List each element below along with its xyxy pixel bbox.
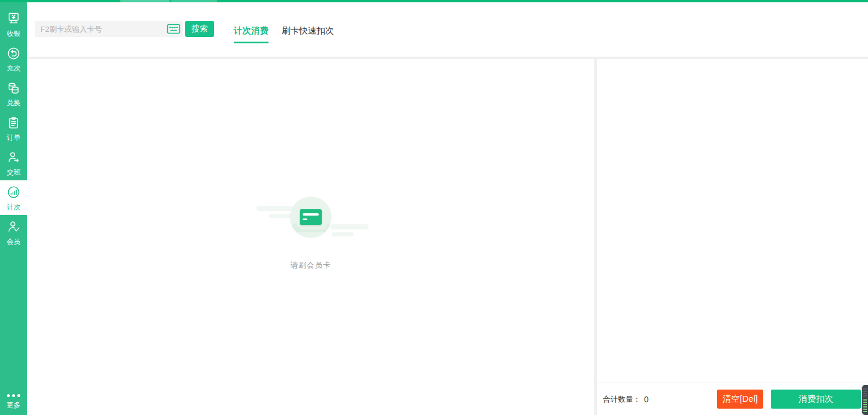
tab-swipe-quick-deduct[interactable]: 刷卡快速扣次 (282, 25, 334, 43)
sidebar-item-label: 兑换 (7, 99, 21, 106)
orders-icon (6, 116, 21, 132)
sidebar-item-label: 更多 (7, 401, 21, 410)
empty-state-circle (290, 197, 332, 238)
tab-bar: 计次消费 刷卡快速扣次 (234, 25, 334, 43)
cart-bottom-bar: 合计数量： 0 清空[Del] 消费扣次 (597, 383, 868, 415)
cloud-shape (256, 206, 293, 211)
keyboard-icon[interactable] (167, 24, 181, 34)
more-ellipsis-icon (7, 394, 20, 397)
sidebar-item-more[interactable]: 更多 (0, 394, 27, 410)
sidebar-item-orders[interactable]: 订单 (0, 111, 27, 146)
cloud-shape (332, 232, 354, 236)
times-count-icon (6, 185, 21, 202)
total-quantity: 合计数量： 0 (603, 394, 649, 405)
ground-shape (296, 229, 326, 232)
tab-times-consume[interactable]: 计次消费 (234, 25, 269, 43)
cloud-shape (269, 214, 292, 218)
clear-button[interactable]: 清空[Del] (717, 390, 763, 409)
sidebar-item-recharge-times[interactable]: 充次 (0, 42, 27, 76)
sidebar-item-label: 收银 (7, 30, 21, 37)
shift-change-icon (6, 150, 21, 167)
topbar-segment (171, 0, 217, 2)
empty-state-art (253, 197, 369, 245)
sidebar-item-label: 充次 (7, 65, 21, 72)
recharge-times-icon (6, 46, 21, 63)
empty-state-message: 请刷会员卡 (290, 260, 331, 271)
cash-register-icon (6, 12, 21, 28)
sidebar-item-label: 交班 (7, 169, 21, 176)
main-panel: 请刷会员卡 (27, 59, 594, 415)
sidebar-item-cashier[interactable]: 收银 (0, 7, 27, 42)
search-bar: 搜索 (35, 21, 214, 37)
empty-state: 请刷会员卡 (27, 197, 594, 271)
top-accent-bar (0, 0, 868, 2)
sidebar: 收银 充次 兑换 (0, 2, 27, 415)
handle-green-stripes (863, 399, 867, 412)
sidebar-item-times-count[interactable]: 计次 (0, 180, 27, 215)
cart-actions: 清空[Del] 消费扣次 (717, 390, 861, 409)
sidebar-item-label: 会员 (7, 238, 21, 245)
sidebar-items: 收银 充次 兑换 (0, 2, 27, 250)
total-quantity-label: 合计数量： (603, 394, 641, 405)
member-icon (6, 220, 21, 236)
handle-gray-stripes (863, 388, 867, 398)
topbar-segment (120, 0, 170, 2)
member-card-icon (300, 209, 322, 225)
sidebar-item-label: 计次 (7, 203, 21, 210)
sidebar-item-exchange[interactable]: 兑换 (0, 76, 27, 111)
floating-toolbar-handle[interactable] (862, 385, 868, 415)
sidebar-item-label: 订单 (7, 134, 21, 141)
consume-deduct-button[interactable]: 消费扣次 (771, 390, 861, 409)
app-window: 收银 充次 兑换 (0, 0, 868, 415)
sidebar-item-shift-change[interactable]: 交班 (0, 146, 27, 180)
cart-panel: 合计数量： 0 清空[Del] 消费扣次 (597, 59, 868, 415)
search-input[interactable] (35, 21, 183, 37)
sidebar-item-members[interactable]: 会员 (0, 215, 27, 250)
total-quantity-value: 0 (644, 395, 649, 404)
cloud-shape (330, 224, 369, 229)
header: 搜索 计次消费 刷卡快速扣次 (27, 2, 868, 57)
search-button[interactable]: 搜索 (185, 21, 214, 37)
exchange-icon (6, 81, 21, 98)
